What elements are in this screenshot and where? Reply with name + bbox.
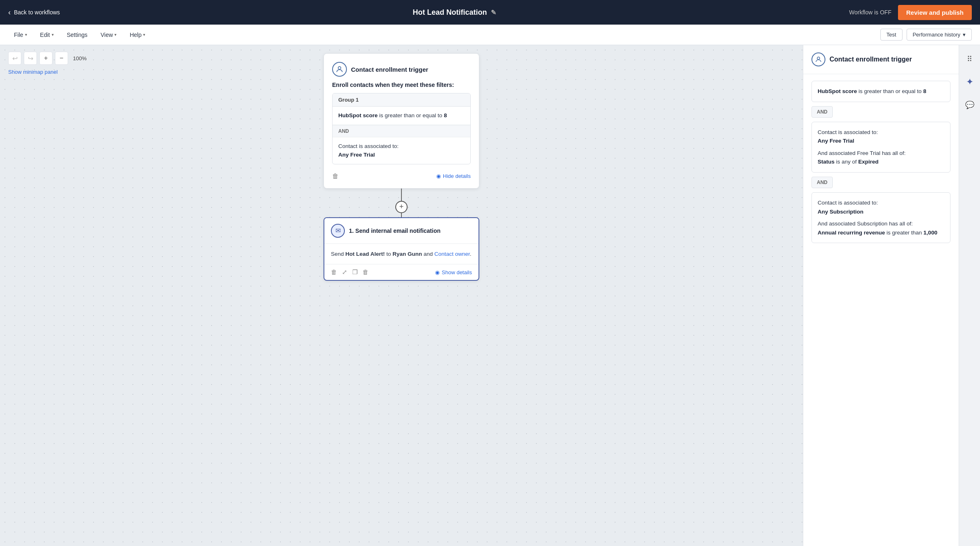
settings-label: Settings [67,32,88,38]
hide-details-eye-icon: ◉ [436,173,441,179]
svg-point-0 [338,66,341,69]
file-menu[interactable]: File ▾ [8,29,33,41]
action-card-1[interactable]: ✉ 1. Send internal email notification Se… [324,217,479,281]
panel-cond3-line2: And associated Subscription has all of: [818,219,944,228]
view-label: View [100,32,113,38]
group-box: Group 1 HubSpot score is greater than or… [332,93,471,164]
panel-cond2-bold3: Expired [858,159,879,165]
panel-cond2-line1: Contact is associated to: [818,128,944,137]
panel-condition-1[interactable]: HubSpot score is greater than or equal t… [811,81,950,102]
panel-cond2-detail: Status is any of Expired [818,157,944,166]
action-title: 1. Send internal email notification [349,228,440,234]
action-body-text2: to [385,251,393,257]
connector-line-top [401,189,402,201]
add-step-icon: + [399,202,404,211]
panel-cond3-text2: is greater than [885,230,923,236]
zoom-in-icon: + [44,55,48,62]
panel-and-1: AND [811,106,833,118]
panel-and-2: AND [811,177,833,188]
action-card-header: ✉ 1. Send internal email notification [324,218,479,244]
hide-details-button[interactable]: ◉ Hide details [436,173,471,179]
right-panel-header: Contact enrollment trigger [803,45,959,74]
zoom-in-button[interactable]: + [39,52,52,65]
far-right-panel: ⠿ ✦ 💬 [959,45,980,546]
action-clone-icon[interactable]: ❐ [352,268,358,276]
view-menu[interactable]: View ▾ [95,29,122,41]
right-panel: Contact enrollment trigger HubSpot score… [803,45,959,546]
workflow-canvas[interactable]: Contact enrollment trigger Enroll contac… [0,45,803,546]
back-to-workflows-btn[interactable]: ‹ Back to workflows [8,8,60,17]
action-body-text1: Send [331,251,345,257]
show-minimap-link[interactable]: Show minimap panel [8,69,58,75]
condition-item-2: Contact is associated to: Any Free Trial [333,137,470,164]
trigger-contact-icon [332,62,347,77]
show-details-eye-icon: ◉ [435,269,440,275]
action-body-bold2: Ryan Gunn [392,251,422,257]
edit-title-icon[interactable]: ✎ [491,9,496,16]
condition-2-value: Any Free Trial [338,152,375,158]
perf-history-label: Performance history [913,32,960,38]
undo-button[interactable]: ↩ [8,52,21,65]
show-details-button[interactable]: ◉ Show details [435,269,472,275]
enrollment-trigger-card[interactable]: Contact enrollment trigger Enroll contac… [324,53,479,189]
connector-1: + [324,189,479,217]
trigger-card-title: Contact enrollment trigger [351,66,428,73]
top-navbar: ‹ Back to workflows Hot Lead Notificatio… [0,0,980,25]
workflow-status: Workflow is OFF [849,9,891,16]
panel-cond3-detail: Annual recurring revenue is greater than… [818,228,944,237]
chat-icon-button[interactable]: 💬 [962,98,977,112]
panel-cond2-bold: Any Free Trial [818,138,854,144]
top-nav-right: Workflow is OFF Review and publish [849,5,972,20]
action-move-icon[interactable]: ⤢ [342,268,347,276]
panel-cond1-text: is greater than or equal to [857,88,923,94]
action-card-footer: 🗑 ⤢ ❐ 🗑 ◉ Show details [324,264,479,280]
panel-content: HubSpot score is greater than or equal t… [803,74,959,254]
sparkle-icon-button[interactable]: ✦ [962,75,977,89]
action-footer-icons: 🗑 ⤢ ❐ 🗑 [331,268,369,276]
show-details-label: Show details [442,269,472,275]
panel-condition-3[interactable]: Contact is associated to: Any Subscripti… [811,192,950,243]
connector-line-bottom [401,213,402,217]
panel-trigger-icon [811,52,825,66]
test-button[interactable]: Test [880,29,903,41]
edit-menu[interactable]: Edit ▾ [34,29,59,41]
help-label: Help [130,32,141,38]
performance-history-button[interactable]: Performance history ▾ [907,29,972,41]
help-dropdown-icon: ▾ [143,32,145,37]
panel-cond2-line2: And associated Free Trial has all of: [818,149,944,158]
view-dropdown-icon: ▾ [114,32,116,37]
action-body-bold1: Hot Lead Alert! [345,251,385,257]
workflow-title-area: Hot Lead Notification ✎ [413,8,496,17]
review-publish-button[interactable]: Review and publish [898,5,972,20]
group-header: Group 1 [333,93,470,107]
grid-icon: ⠿ [967,55,972,64]
contact-owner-link[interactable]: Contact owner [434,251,469,257]
help-menu[interactable]: Help ▾ [124,29,151,41]
action-body-text3: and [422,251,434,257]
and-divider-1: AND [333,125,470,137]
settings-menu[interactable]: Settings [61,29,93,41]
trigger-card-footer: 🗑 ◉ Hide details [332,169,471,180]
action-body-text4: . [470,251,472,257]
panel-cond2-text2: is any of [834,159,858,165]
action-trash-icon[interactable]: 🗑 [331,268,337,276]
workflow-content: Contact enrollment trigger Enroll contac… [324,53,479,281]
back-chevron-icon: ‹ [8,8,11,17]
grid-icon-button[interactable]: ⠿ [962,52,977,66]
condition-item-1: HubSpot score is greater than or equal t… [333,107,470,125]
condition-2-line1: Contact is associated to: [338,142,465,150]
redo-button[interactable]: ↪ [24,52,37,65]
trigger-trash-icon[interactable]: 🗑 [332,173,339,180]
add-step-button[interactable]: + [395,201,408,213]
panel-cond1-bold2: 8 [923,88,926,94]
zoom-out-icon: − [59,55,63,62]
trigger-card-header: Contact enrollment trigger [332,62,471,77]
workflow-title: Hot Lead Notification [413,8,487,17]
condition-1-bold: HubSpot score [338,112,378,118]
action-delete-icon[interactable]: 🗑 [362,268,369,276]
zoom-out-button[interactable]: − [55,52,68,65]
panel-condition-2[interactable]: Contact is associated to: Any Free Trial… [811,122,950,173]
secondary-nav-right: Test Performance history ▾ [880,29,972,41]
panel-cond3-bold: Any Subscription [818,209,864,215]
panel-cond2-bold2: Status [818,159,834,165]
